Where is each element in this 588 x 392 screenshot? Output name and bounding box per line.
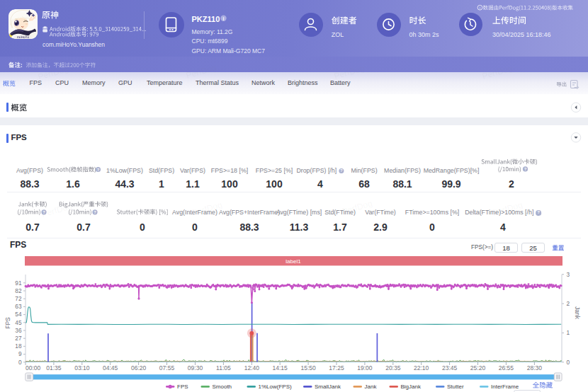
svg-text:Jank: Jank bbox=[574, 306, 581, 320]
svg-text:0: 0 bbox=[567, 359, 570, 366]
svg-text:?: ? bbox=[94, 210, 96, 214]
svg-text:91: 91 bbox=[15, 279, 22, 287]
svg-text:26:55: 26:55 bbox=[499, 364, 514, 371]
svg-text:12:40: 12:40 bbox=[244, 364, 260, 371]
svg-text:09:30: 09:30 bbox=[188, 364, 203, 371]
svg-text:PerfDog: PerfDog bbox=[191, 200, 223, 218]
svg-text:SmallJank: SmallJank bbox=[315, 384, 341, 390]
svg-text:PerfDog: PerfDog bbox=[37, 64, 69, 82]
svg-text:23:45: 23:45 bbox=[442, 364, 458, 371]
svg-text:i: i bbox=[223, 16, 225, 21]
svg-text:28:30: 28:30 bbox=[527, 364, 543, 371]
svg-text:04:45: 04:45 bbox=[103, 364, 118, 371]
svg-text:82: 82 bbox=[15, 287, 22, 294]
svg-text:14:15: 14:15 bbox=[273, 364, 288, 371]
svg-text:03:10: 03:10 bbox=[74, 364, 90, 371]
svg-text:Jank: Jank bbox=[365, 384, 378, 390]
svg-text:54: 54 bbox=[15, 311, 22, 318]
svg-text:Stutter: Stutter bbox=[447, 384, 464, 390]
svg-text:27: 27 bbox=[15, 335, 22, 342]
svg-text:72: 72 bbox=[15, 295, 22, 302]
svg-text:25:20: 25:20 bbox=[470, 364, 486, 371]
svg-text:07:55: 07:55 bbox=[159, 364, 175, 371]
svg-text:?: ? bbox=[43, 210, 45, 214]
svg-text:20:35: 20:35 bbox=[385, 364, 401, 371]
svg-text:01:35: 01:35 bbox=[46, 364, 62, 371]
svg-text:18: 18 bbox=[15, 342, 22, 350]
svg-text:11:05: 11:05 bbox=[216, 364, 231, 371]
svg-text:1%Low(FPS): 1%Low(FPS) bbox=[259, 384, 292, 390]
svg-text:1: 1 bbox=[567, 329, 570, 336]
svg-text:PerfDog: PerfDog bbox=[185, 62, 217, 81]
svg-text:63: 63 bbox=[15, 303, 22, 310]
svg-text:0: 0 bbox=[18, 359, 22, 366]
svg-text:9: 9 bbox=[18, 350, 22, 357]
svg-text:36: 36 bbox=[15, 327, 22, 334]
svg-text:06:20: 06:20 bbox=[131, 364, 147, 371]
svg-text:17:25: 17:25 bbox=[329, 364, 344, 371]
svg-text:3: 3 bbox=[567, 271, 570, 278]
svg-text:PerfDog: PerfDog bbox=[481, 63, 514, 81]
svg-text:FPS: FPS bbox=[4, 317, 11, 329]
svg-text:InterFrame: InterFrame bbox=[491, 384, 519, 390]
svg-text:PerfDog: PerfDog bbox=[491, 200, 524, 218]
svg-text:?: ? bbox=[97, 168, 100, 172]
svg-text:?: ? bbox=[524, 167, 527, 171]
svg-text:2: 2 bbox=[567, 300, 570, 307]
svg-text:19:00: 19:00 bbox=[357, 364, 373, 371]
svg-text:i: i bbox=[480, 6, 480, 10]
svg-text:label1: label1 bbox=[285, 258, 301, 265]
svg-text:Smooth: Smooth bbox=[213, 384, 232, 390]
svg-text:PerfDog: PerfDog bbox=[341, 198, 373, 217]
svg-text:15:50: 15:50 bbox=[300, 364, 316, 371]
svg-text:PerfDog: PerfDog bbox=[333, 63, 366, 81]
svg-text:BigJank: BigJank bbox=[401, 384, 422, 390]
svg-text:22:10: 22:10 bbox=[414, 364, 429, 371]
svg-text:00:00: 00:00 bbox=[26, 364, 41, 371]
svg-text:FPS: FPS bbox=[177, 384, 188, 390]
svg-text:45: 45 bbox=[15, 319, 22, 326]
